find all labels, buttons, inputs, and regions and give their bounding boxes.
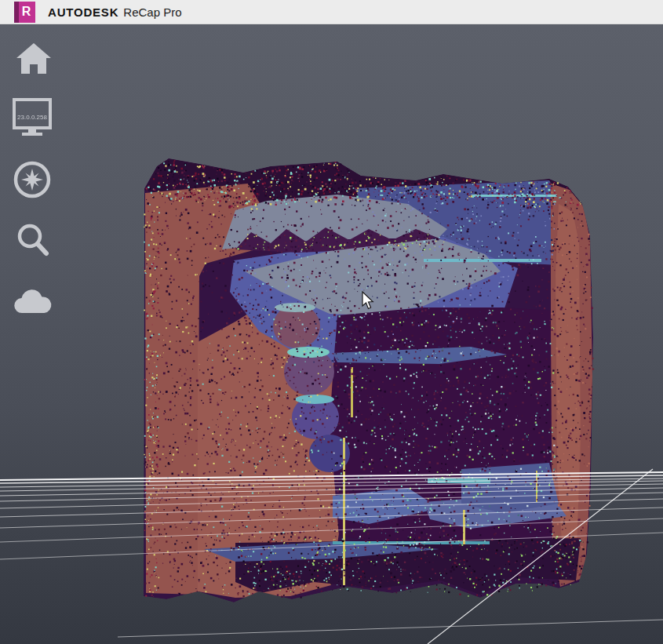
title-bar: R AUTODESK ReCap Pro: [0, 0, 663, 24]
cloud-icon: [13, 289, 53, 315]
brand-autodesk: AUTODESK: [48, 5, 118, 19]
version-label: 23.0.0.258: [17, 114, 47, 121]
brand-recap-pro: ReCap Pro: [123, 5, 181, 19]
compass-icon: [12, 159, 53, 200]
recap-logo: R: [14, 2, 35, 23]
home-button[interactable]: [15, 41, 53, 75]
navigation-button[interactable]: [12, 159, 53, 200]
home-icon: [15, 41, 53, 75]
recap-logo-letter: R: [22, 5, 31, 19]
search-button[interactable]: [14, 221, 52, 260]
recap-logo-fold: [14, 2, 19, 23]
display-button[interactable]: 23.0.0.258: [12, 98, 53, 137]
viewport-canvas[interactable]: [0, 0, 663, 644]
display-icon: 23.0.0.258: [12, 98, 53, 137]
search-icon: [14, 221, 52, 260]
app-title: AUTODESK ReCap Pro: [48, 5, 182, 19]
cloud-button[interactable]: [13, 289, 53, 315]
